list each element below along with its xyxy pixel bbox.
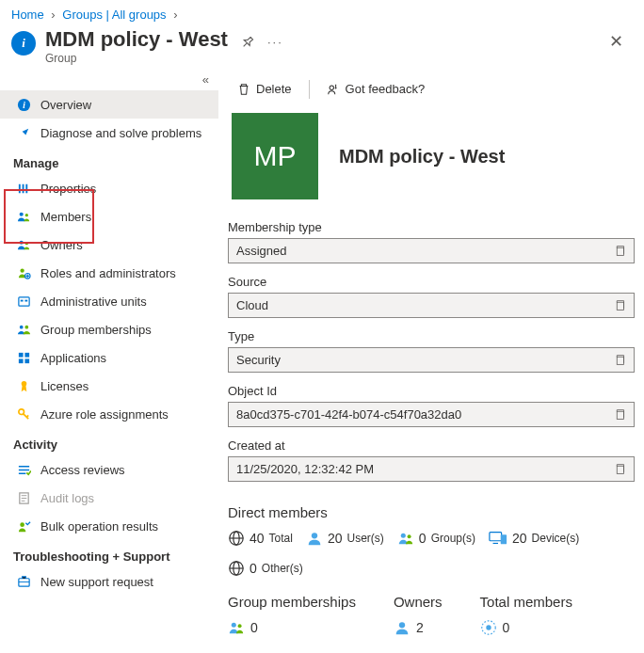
svg-point-38 <box>238 624 242 628</box>
sidebar-item-roles[interactable]: Roles and administrators <box>0 259 218 287</box>
sidebar-item-access-reviews[interactable]: Access reviews <box>0 455 218 484</box>
type-field: Security <box>228 347 635 373</box>
delete-button[interactable]: Delete <box>232 78 298 100</box>
sidebar-item-members[interactable]: Members <box>0 202 218 231</box>
svg-point-6 <box>20 268 24 272</box>
group-avatar: MP <box>232 113 318 199</box>
sidebar-item-properties[interactable]: Properties <box>0 174 218 202</box>
summary-owners: Owners 2 <box>394 594 443 636</box>
sidebar-item-diagnose[interactable]: Diagnose and solve problems <box>0 119 218 147</box>
applications-icon <box>16 350 31 365</box>
svg-rect-34 <box>501 534 507 544</box>
group-icon <box>228 619 245 636</box>
stat-lbl: Total <box>269 532 293 545</box>
sidebar-item-label: Applications <box>40 351 106 365</box>
sidebar-item-azure-roles[interactable]: Azure role assignments <box>0 400 218 428</box>
svg-point-31 <box>401 534 406 538</box>
stat-devices: 20 Device(s) <box>489 530 579 547</box>
object-id-label: Object Id <box>228 384 635 398</box>
sidebar-item-licenses[interactable]: Licenses <box>0 372 218 400</box>
stat-lbl: Other(s) <box>262 562 303 575</box>
copy-icon[interactable] <box>614 245 626 257</box>
col-value: 0 <box>503 620 510 635</box>
total-icon <box>480 619 497 636</box>
svg-rect-24 <box>617 302 623 310</box>
sidebar-item-owners[interactable]: Owners <box>0 231 218 259</box>
svg-point-5 <box>24 241 27 244</box>
stat-lbl: Device(s) <box>532 532 580 545</box>
svg-point-37 <box>232 623 236 628</box>
stat-num: 20 <box>328 531 343 546</box>
chevron-right-icon: › <box>173 8 177 22</box>
trash-icon <box>237 83 250 96</box>
copy-icon[interactable] <box>614 408 626 421</box>
close-button[interactable]: ✕ <box>600 27 633 56</box>
info-icon: i <box>16 97 31 112</box>
key-icon <box>16 406 31 422</box>
page-title: MDM policy - West <box>45 27 228 52</box>
copy-icon[interactable] <box>614 463 626 475</box>
source-value: Cloud <box>236 298 268 312</box>
stat-num: 0 <box>250 561 257 576</box>
group-name: MDM policy - West <box>339 146 505 167</box>
sidebar-item-admin-units[interactable]: Administrative units <box>0 287 218 315</box>
type-label: Type <box>228 329 635 343</box>
breadcrumb-groups[interactable]: Groups | All groups <box>62 8 166 22</box>
feedback-label: Got feedback? <box>346 82 426 96</box>
svg-point-4 <box>19 240 23 244</box>
breadcrumb: Home › Groups | All groups › <box>0 0 644 24</box>
members-icon <box>16 209 31 224</box>
page-header: i MDM policy - West Group ··· ✕ <box>0 24 644 71</box>
diagnose-icon <box>16 125 31 140</box>
copy-icon[interactable] <box>614 299 626 311</box>
feedback-button[interactable]: Got feedback? <box>321 78 431 100</box>
audit-logs-icon <box>16 490 31 505</box>
sidebar-item-label: Members <box>40 210 91 224</box>
stat-num: 0 <box>419 531 427 546</box>
collapse-icon[interactable]: « <box>202 72 209 87</box>
direct-members-stats: 40 Total 20 User(s) 0 Group(s) 20 Device… <box>228 530 635 577</box>
sidebar-item-label: Bulk operation results <box>40 519 158 534</box>
group-memberships-icon <box>16 322 31 337</box>
svg-rect-9 <box>20 299 23 301</box>
sidebar-item-label: Access reviews <box>40 463 125 477</box>
svg-rect-25 <box>617 357 623 364</box>
breadcrumb-home[interactable]: Home <box>11 8 44 22</box>
sidebar-item-bulk-ops[interactable]: Bulk operation results <box>0 512 218 540</box>
sidebar-item-applications[interactable]: Applications <box>0 343 218 372</box>
svg-point-20 <box>20 522 24 527</box>
more-icon[interactable]: ··· <box>267 35 283 49</box>
created-at-label: Created at <box>228 438 635 453</box>
delete-label: Delete <box>256 82 292 96</box>
sidebar-item-label: Overview <box>40 98 91 112</box>
svg-point-12 <box>24 325 28 328</box>
source-label: Source <box>228 275 635 289</box>
direct-members-title: Direct members <box>228 504 635 520</box>
sidebar-item-audit-logs[interactable]: Audit logs <box>0 484 218 512</box>
stat-num: 40 <box>250 531 265 546</box>
stat-lbl: Group(s) <box>431 532 475 545</box>
object-id-field: 8a0cd375-c701-42f4-b074-c54f70a32da0 <box>228 402 635 427</box>
sidebar-item-label: Properties <box>40 182 96 196</box>
svg-rect-14 <box>24 352 29 357</box>
roles-icon <box>16 265 31 280</box>
created-at-value: 11/25/2020, 12:32:42 PM <box>236 462 374 476</box>
svg-rect-23 <box>617 247 623 255</box>
svg-rect-26 <box>617 411 623 419</box>
membership-type-label: Membership type <box>228 220 635 234</box>
svg-point-22 <box>330 86 333 89</box>
sidebar-item-group-memberships[interactable]: Group memberships <box>0 315 218 343</box>
sidebar: « i Overview Diagnose and solve problems… <box>0 71 218 651</box>
sidebar-item-new-support[interactable]: New support request <box>0 567 218 596</box>
pin-icon[interactable] <box>238 33 257 52</box>
sidebar-item-label: New support request <box>40 575 153 589</box>
sidebar-item-label: Licenses <box>40 379 89 393</box>
type-value: Security <box>236 353 281 367</box>
support-icon <box>16 574 31 589</box>
object-id-value: 8a0cd375-c701-42f4-b074-c54f70a32da0 <box>236 407 461 422</box>
sidebar-item-overview[interactable]: i Overview <box>0 90 218 119</box>
svg-point-2 <box>19 212 23 215</box>
sidebar-item-label: Administrative units <box>40 295 147 309</box>
stat-users: 20 User(s) <box>306 530 384 547</box>
copy-icon[interactable] <box>614 354 626 366</box>
